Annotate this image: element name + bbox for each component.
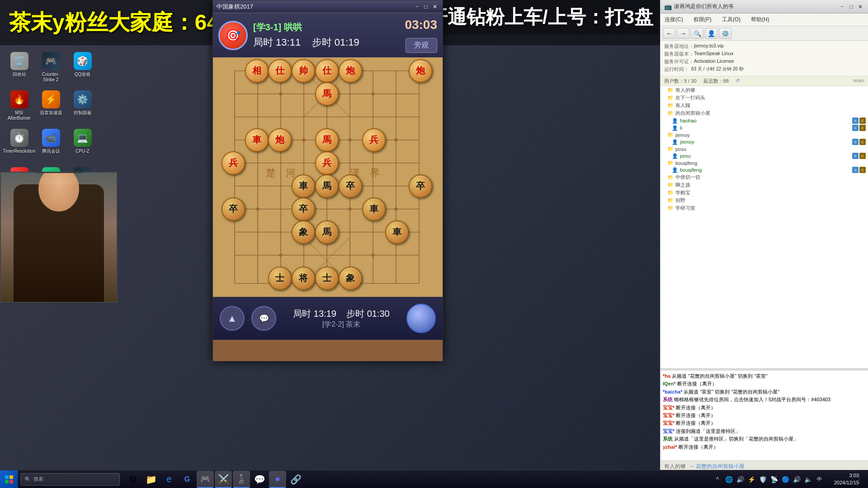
chess-piece-兵-4-4[interactable]: 兵: [315, 151, 339, 175]
tray-icon-4[interactable]: 📡: [769, 475, 778, 484]
maximize-button[interactable]: □: [422, 3, 430, 10]
desktop-icon-counter[interactable]: 🎮 Counter-Strike 2: [36, 50, 66, 86]
ts-channel-在下一打码头[interactable]: 📁在下一打码头: [660, 94, 868, 102]
toolbar-home[interactable]: 🔍: [691, 28, 703, 39]
ts-channel-华购宝[interactable]: 📁华购宝: [660, 189, 868, 197]
show-desktop-button[interactable]: [859, 475, 868, 484]
desktop-icon-tencent[interactable]: 📹 腾讯会议: [36, 127, 66, 163]
ts-channel-别野[interactable]: 📁别野: [660, 197, 868, 204]
taskbar-edge[interactable]: e: [160, 471, 178, 488]
chess-piece-卒-3-6[interactable]: 卒: [292, 197, 315, 221]
ts-user-posu[interactable]: 👤 posu S C: [660, 152, 868, 160]
tray-language[interactable]: 中: [815, 475, 824, 484]
chess-piece-象-5-9[interactable]: 象: [339, 267, 362, 290]
tray-network[interactable]: 🌐: [724, 475, 733, 484]
ts-user-li[interactable]: 👤 li S C: [660, 124, 868, 131]
ts-channel-中饼切一切[interactable]: 📁中饼切一切: [660, 174, 868, 181]
ts-channel-bouqifeng[interactable]: 📁bouqifeng: [660, 160, 868, 166]
taskbar-disc[interactable]: ●: [269, 471, 286, 488]
close-button[interactable]: ✕: [431, 3, 439, 10]
toolbar-forward[interactable]: →: [677, 28, 689, 39]
ts-user-jiemoy[interactable]: 👤 jiemoy S C: [660, 138, 868, 145]
chess-piece-炮-2-3[interactable]: 炮: [268, 128, 292, 152]
chess-piece-仕-4-0[interactable]: 仕: [315, 59, 339, 83]
chess-piece-象-3-7[interactable]: 象: [292, 221, 315, 244]
tray-icon-6[interactable]: 🔊: [792, 475, 801, 484]
ts-channel-学研习室[interactable]: 📁学研习室: [660, 204, 868, 212]
chess-piece-兵-6-3[interactable]: 兵: [362, 128, 386, 152]
desktop-icon-recycle[interactable]: 🗑️ 回收站: [5, 50, 34, 86]
menu-help[interactable]: 帮助(H): [749, 15, 771, 24]
ts-close[interactable]: ✕: [856, 3, 864, 10]
taskbar-msg[interactable]: 💬: [251, 471, 268, 488]
chess-piece-車-1-3[interactable]: 車: [245, 128, 269, 152]
desktop-icon-thunder[interactable]: ⚡ 迅雷加速器: [36, 88, 66, 124]
chess-piece-馬-4-3[interactable]: 馬: [315, 128, 339, 152]
chess-board[interactable]: 楚 河 漢 界 相仕帅仕: [220, 62, 436, 292]
chess-piece-相-1-0[interactable]: 相: [245, 59, 269, 83]
taskbar-file-explorer[interactable]: 📁: [142, 471, 160, 488]
menu-tools[interactable]: 工具(O): [720, 15, 742, 24]
taskbar-link[interactable]: 🔗: [287, 471, 304, 488]
ts-channel-posu[interactable]: 📁posu: [660, 145, 868, 152]
desktop-icon-qqgame[interactable]: 🎲 QQ游戏: [68, 50, 97, 86]
taskbar-lol[interactable]: ⚔️: [215, 471, 232, 488]
chess-piece-卒-5-5[interactable]: 卒: [339, 174, 362, 198]
chess-piece-車-3-5[interactable]: 車: [292, 174, 315, 198]
chess-piece-兵-0-4[interactable]: 兵: [222, 151, 245, 175]
ts-minimize[interactable]: －: [838, 3, 846, 10]
taskbar-steam[interactable]: 🎮: [197, 471, 214, 488]
server-tree[interactable]: 📁有人的够📁在下一打码头📁有人顾📁的自闲剪辑小屋 👤 haohao S C 👤 …: [660, 86, 868, 368]
ts-channel-有人顾[interactable]: 📁有人顾: [660, 102, 868, 109]
ts-user-haohao[interactable]: 👤 haohao S C: [660, 117, 868, 124]
tray-icon-1[interactable]: 🔊: [736, 475, 745, 484]
minimize-button[interactable]: －: [413, 3, 421, 10]
chess-piece-卒-0-6[interactable]: 卒: [222, 197, 245, 221]
ts-maximize[interactable]: □: [847, 3, 855, 10]
chess-piece-馬-4-7[interactable]: 馬: [315, 221, 339, 244]
toolbar-back[interactable]: ←: [663, 28, 675, 39]
tray-icon-2[interactable]: ⚡: [747, 475, 756, 484]
ts-channel-jiemoy[interactable]: 📁jiemoy: [660, 131, 868, 138]
desktop-icon-timer[interactable]: ⏱️ TimerResolution: [5, 127, 34, 163]
chess-piece-馬-4-5[interactable]: 馬: [315, 174, 339, 198]
chess-piece-炮-5-0[interactable]: 炮: [339, 59, 362, 83]
chess-piece-車-7-7[interactable]: 車: [385, 221, 409, 244]
tray-volume[interactable]: 🔈: [803, 475, 812, 484]
chess-piece-将-3-9[interactable]: 将: [292, 267, 315, 290]
chess-piece-帅-3-0[interactable]: 帅: [292, 59, 315, 83]
start-button[interactable]: [0, 470, 18, 488]
chess-piece-車-6-6[interactable]: 車: [362, 197, 386, 221]
tray-icon-5[interactable]: 🔵: [781, 475, 790, 484]
chess-piece-仕-2-0[interactable]: 仕: [268, 59, 292, 83]
tray-icon-3[interactable]: 🛡️: [758, 475, 767, 484]
taskbar-chess[interactable]: ♟️: [233, 471, 250, 488]
nav-up-button[interactable]: ▲: [220, 306, 245, 331]
chess-piece-馬-4-1[interactable]: 馬: [315, 82, 339, 106]
channel-name: 中饼切一切: [675, 174, 700, 181]
ts-channel-啊之孩[interactable]: 📁啊之孩: [660, 181, 868, 189]
taskbar-search[interactable]: 🔍 搜索: [20, 473, 120, 486]
taskbar-clock[interactable]: 3:03 2024/12/15: [827, 472, 859, 486]
chess-piece-士-4-9[interactable]: 士: [315, 267, 339, 290]
toolbar-user[interactable]: 👤: [705, 28, 717, 39]
room-link[interactable]: 花蟹的自闲剪辑小屋: [696, 463, 745, 470]
desktop-icon-msi[interactable]: 🔥 MSI AfterBurner: [5, 88, 34, 124]
chess-piece-卒-8-5[interactable]: 卒: [409, 174, 432, 198]
taskbar-google[interactable]: G: [179, 471, 196, 488]
chat-button[interactable]: 💬: [251, 306, 276, 331]
menu-connect[interactable]: 连接(C): [663, 15, 685, 24]
menu-permission[interactable]: 权限(P): [692, 15, 713, 24]
ts-channel-的自闲剪辑小屋[interactable]: 📁的自闲剪辑小屋: [660, 109, 868, 117]
desktop-icon-ctrl[interactable]: ⚙️ 控制面板: [68, 88, 97, 124]
desktop-icon-cpu[interactable]: 💻 CPU-Z: [68, 127, 97, 163]
taskbar-task-view[interactable]: ⧉: [124, 471, 142, 488]
chess-piece-士-2-9[interactable]: 士: [268, 267, 292, 290]
ts-user-bouqifeng[interactable]: 👤 bouqifeng S C: [660, 166, 868, 174]
toolbar-settings[interactable]: ⚙️: [719, 28, 731, 39]
tray-arrow[interactable]: ^: [713, 475, 722, 484]
ts-channel-有人的够[interactable]: 📁有人的够: [660, 86, 868, 94]
refresh-icon[interactable]: ↺: [736, 78, 740, 84]
chess-piece-炮-8-0[interactable]: 炮: [409, 59, 432, 83]
spectate-button[interactable]: 旁观: [406, 38, 437, 53]
